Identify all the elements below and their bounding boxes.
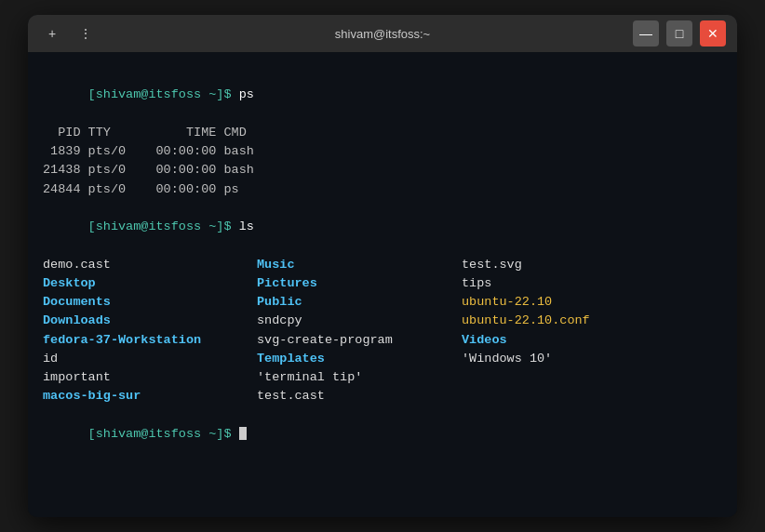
dir-desktop: Desktop [43, 274, 257, 293]
file-tips: tips [462, 274, 648, 293]
file-ubuntu-22.10-conf: ubuntu-22.10.conf [462, 312, 648, 330]
dir-templates: Templates [257, 350, 462, 368]
window-controls: — □ ✕ [633, 20, 726, 47]
cursor [239, 427, 247, 440]
window-title: shivam@itsfoss:~ [335, 27, 430, 41]
ps-row2: 21438 pts/0 00:00:00 bash [43, 161, 722, 180]
ps-command-line: [shivam@itsfoss ~]$ ps [43, 67, 722, 124]
file-svg-create: svg-create-program [257, 331, 462, 350]
dir-documents: Documents [43, 293, 257, 312]
dir-videos: Videos [462, 331, 648, 350]
terminal-window: + ⋮ shivam@itsfoss:~ — □ ✕ [shivam@itsfo… [28, 15, 737, 517]
file-terminal-tip: 'terminal tip' [257, 368, 462, 387]
dir-pictures: Pictures [257, 274, 462, 293]
file-demo.cast: demo.cast [43, 256, 257, 274]
dir-public: Public [257, 293, 462, 312]
ls-col1: demo.cast Desktop Documents Downloads fe… [43, 256, 257, 406]
dir-fedora: fedora-37-Workstation [43, 331, 257, 350]
add-tab-button[interactable]: + [39, 20, 65, 47]
ps-row1: 1839 pts/0 00:00:00 bash [43, 142, 722, 161]
ps-row3: 24844 pts/0 00:00:00 ps [43, 180, 722, 199]
ls-output: demo.cast Desktop Documents Downloads fe… [43, 256, 722, 406]
close-button[interactable]: ✕ [700, 20, 726, 47]
file-sndcpy: sndcpy [257, 312, 462, 330]
file-id: id [43, 350, 257, 368]
menu-button[interactable]: ⋮ [73, 20, 99, 47]
file-ubuntu-22.10: ubuntu-22.10 [462, 293, 648, 312]
ls-command-line: [shivam@itsfoss ~]$ ls [43, 199, 722, 256]
prompt-2: [shivam@itsfoss ~]$ [88, 219, 232, 233]
file-important: important [43, 368, 257, 387]
prompt-1: [shivam@itsfoss ~]$ [88, 87, 232, 101]
file-test.svg: test.svg [462, 256, 648, 274]
dir-downloads: Downloads [43, 312, 257, 330]
dir-macos: macos-big-sur [43, 387, 257, 406]
dir-music: Music [257, 256, 462, 274]
file-test.cast: test.cast [257, 387, 462, 406]
titlebar-left-actions: + ⋮ [39, 20, 99, 47]
terminal-body[interactable]: [shivam@itsfoss ~]$ ps PID TTY TIME CMD … [28, 52, 737, 517]
final-prompt-line: [shivam@itsfoss ~]$ [43, 406, 722, 463]
ls-col2: Music Pictures Public sndcpy svg-create-… [257, 256, 462, 406]
ls-col3: test.svg tips ubuntu-22.10 ubuntu-22.10.… [462, 256, 648, 406]
ps-header: PID TTY TIME CMD [43, 124, 722, 142]
file-windows10: 'Windows 10' [462, 350, 648, 368]
minimize-button[interactable]: — [633, 20, 659, 47]
prompt-3: [shivam@itsfoss ~]$ [88, 427, 232, 441]
titlebar: + ⋮ shivam@itsfoss:~ — □ ✕ [28, 15, 737, 52]
maximize-button[interactable]: □ [666, 20, 692, 47]
